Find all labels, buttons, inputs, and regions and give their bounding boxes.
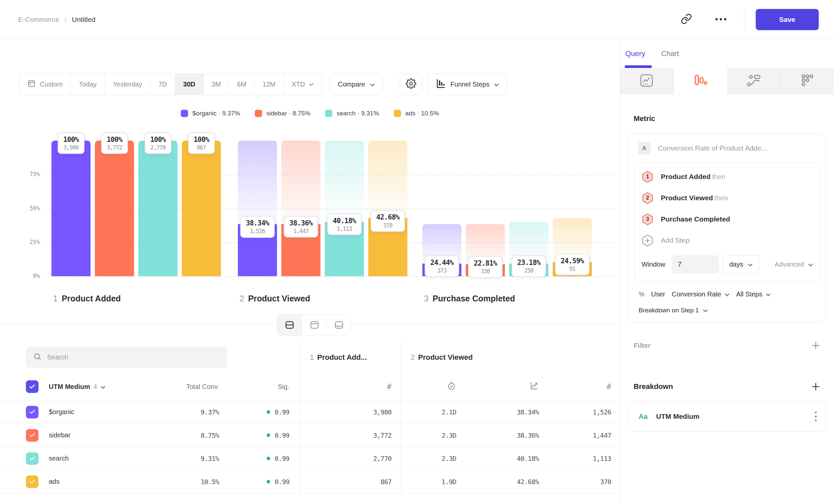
significance-dot [267, 433, 270, 437]
group-name: UTM Medium [49, 383, 90, 391]
date-range-yesterday[interactable]: Yesterday [105, 74, 150, 95]
row-checkbox[interactable] [26, 452, 39, 465]
tab-flows[interactable] [727, 68, 781, 94]
step2-count: 1,113 [548, 447, 620, 470]
bar-value-label: 22.81%330 [468, 256, 503, 278]
funnel-bar-dropoff[interactable] [325, 141, 364, 222]
legend-item-organic[interactable]: $organic · 9.37% [181, 110, 240, 117]
breakdown-item-menu[interactable] [814, 411, 817, 422]
count-metric-icon[interactable]: # [387, 382, 392, 391]
search-input[interactable] [47, 353, 220, 361]
funnel-bar-dropoff[interactable] [281, 141, 321, 224]
total-conv-header[interactable]: Total Conv. [156, 373, 219, 400]
breadcrumb-project[interactable]: E-Commerce [18, 16, 59, 24]
breakdown-section-title: Breakdown [634, 382, 673, 391]
tab-retention[interactable] [781, 68, 834, 94]
date-range-today[interactable]: Today [71, 74, 105, 95]
date-range-12m[interactable]: 12M [254, 74, 283, 95]
funnel-bar-sidebar-step1[interactable] [95, 141, 134, 276]
tab-query[interactable]: Query [626, 49, 645, 58]
chart-settings-button[interactable] [400, 74, 422, 95]
table-only-view-button[interactable] [326, 315, 351, 335]
table-step1-header: 1Product Add... [301, 353, 367, 362]
window-value-input[interactable] [672, 255, 719, 274]
step1-count: 3,980 [300, 400, 401, 423]
bar-value-label: 100%2,770 [145, 132, 172, 154]
date-range-6m[interactable]: 6M [229, 74, 255, 95]
table-row-ads: ads 10.5% 0.99 867 1.9D 42.68% 370 [0, 470, 620, 494]
tab-insights[interactable] [620, 68, 674, 94]
date-range-3m[interactable]: 3M [203, 74, 229, 95]
date-range-30d[interactable]: 30D [175, 74, 203, 95]
breadcrumb-separator: / [65, 16, 67, 24]
chart-type-selector[interactable]: Funnel Steps [427, 74, 508, 95]
legend-item-sidebar[interactable]: sidebar · 8.75% [255, 110, 310, 117]
query-step-2[interactable]: 2Product Viewed then [635, 187, 819, 209]
row-label: search [43, 455, 156, 462]
topbar-actions: Save [678, 9, 819, 30]
percent-icon: % [639, 291, 644, 298]
measure-scope-select[interactable]: All Steps [736, 291, 771, 298]
group-column-header[interactable]: UTM Medium 4 [43, 383, 156, 391]
select-all-checkbox[interactable] [26, 380, 39, 393]
time-to-convert-icon[interactable] [447, 381, 456, 392]
funnel-bar-dropoff[interactable] [368, 141, 408, 218]
funnel-bar-organic-step1[interactable] [51, 141, 91, 276]
bar-value-label: 24.44%373 [425, 255, 459, 277]
add-filter-button[interactable] [811, 341, 820, 350]
tab-funnels[interactable] [674, 68, 727, 94]
step-axis-label-2: 2Product Viewed [240, 294, 310, 303]
table-row-sidebar: sidebar 8.75% 0.99 3,772 2.3D 38.36% 1,4… [0, 424, 620, 447]
chevron-down-icon [766, 291, 771, 298]
conversion-rate-icon[interactable] [529, 381, 539, 392]
tab-chart[interactable]: Chart [661, 49, 679, 58]
top-bar: E-Commerce / Untitled Save [0, 0, 834, 39]
breakdown-on-step-select[interactable]: Breakdown on Step 1 [635, 298, 819, 317]
table-header-top-row: 1Product Add... 2Product Viewed [0, 342, 620, 373]
funnel-steps-card: 1Product Added then2Product Viewed then3… [635, 162, 819, 282]
date-range-7d[interactable]: 7D [150, 74, 175, 95]
funnel-bar-dropoff[interactable] [238, 141, 277, 224]
legend-item-ads[interactable]: ads · 10.5% [394, 110, 439, 117]
date-range-custom[interactable]: Custom [19, 74, 71, 95]
date-range-xtd[interactable]: XTD [283, 74, 322, 95]
count-metric-icon[interactable]: # [607, 382, 611, 391]
funnel-bar-search-step1[interactable] [138, 141, 177, 276]
y-axis-tick: 0% [12, 273, 40, 279]
step2-time: 1.9D [401, 470, 466, 493]
window-label: Window [642, 260, 665, 268]
sig-value: 0.99 [219, 424, 300, 446]
advanced-toggle[interactable]: Advanced [775, 260, 813, 268]
query-step-1[interactable]: 1Product Added then [635, 166, 819, 187]
row-checkbox[interactable] [26, 406, 39, 418]
measure-metric-select[interactable]: Conversion Rate [672, 291, 729, 298]
legend-swatch [325, 110, 332, 117]
copy-link-button[interactable] [678, 11, 695, 28]
compare-button[interactable]: Compare [329, 74, 383, 95]
step-number: 1 [310, 353, 314, 361]
breadcrumb-report-name[interactable]: Untitled [72, 16, 95, 24]
sig-header[interactable]: Sig. [219, 373, 300, 400]
metric-title-row[interactable]: A Conversion Rate of Product Adde... [635, 142, 819, 162]
breakdown-section: Breakdown [634, 382, 820, 391]
query-step-3[interactable]: 3Purchase Completed [635, 209, 819, 230]
more-options-button[interactable] [712, 11, 729, 28]
funnel-bar-ads-step1[interactable] [182, 141, 221, 276]
significance-dot [267, 457, 270, 460]
legend-item-search[interactable]: search · 9.31% [325, 110, 379, 117]
save-button[interactable]: Save [756, 9, 819, 30]
table-header-row: UTM Medium 4 Total Conv. Sig. # # [0, 373, 620, 400]
measure-entity[interactable]: User [651, 291, 665, 298]
window-unit-select[interactable]: days [723, 255, 759, 274]
split-view-button[interactable] [277, 315, 302, 335]
add-breakdown-button[interactable] [811, 382, 820, 391]
row-checkbox[interactable] [26, 429, 39, 442]
breakdown-item[interactable]: Aa UTM Medium [628, 401, 826, 432]
row-checkbox[interactable] [26, 476, 39, 488]
group-count: 4 [93, 383, 97, 391]
row-label: ads [43, 478, 156, 485]
table-search[interactable] [26, 347, 227, 368]
chart-only-view-button[interactable] [302, 315, 326, 335]
add-step-button[interactable]: Add Step [635, 230, 819, 251]
significance-dot [267, 410, 270, 414]
